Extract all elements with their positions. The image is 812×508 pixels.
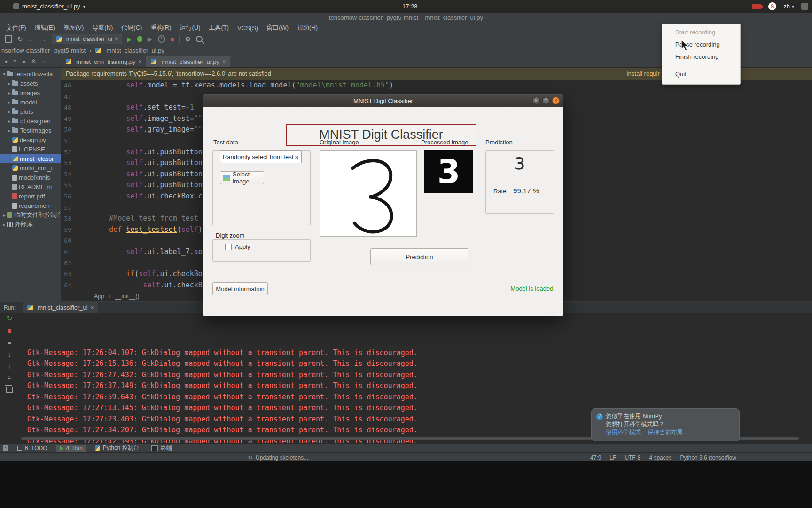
tool-window-tab[interactable]: 4: Run — [56, 444, 86, 452]
tree-arrow-icon[interactable]: ▸ — [7, 109, 12, 114]
status-item[interactable]: 47:9 — [590, 454, 601, 461]
run-config-select[interactable]: mnist_classifier_ui ▾ — [52, 34, 122, 44]
coverage-button[interactable]: ▶ — [148, 35, 153, 43]
debug-button[interactable] — [137, 36, 142, 42]
line-number[interactable]: 52 — [61, 147, 71, 158]
tool-window-switcher-icon[interactable] — [3, 445, 8, 451]
tree-item[interactable]: ▸ 临时文件和控制台 — [0, 210, 61, 220]
line-number[interactable]: 51 — [61, 135, 71, 147]
close-button[interactable]: × — [552, 97, 560, 104]
menu-item[interactable]: 视图(V) — [59, 24, 88, 32]
input-method-icon[interactable]: S — [768, 2, 776, 10]
tree-arrow-icon[interactable]: ▸ — [1, 213, 7, 218]
tree-arrow-icon[interactable]: ▸ — [7, 100, 12, 105]
status-item[interactable]: UTF-8 — [625, 454, 640, 461]
line-number[interactable]: 50 — [61, 124, 71, 135]
line-number[interactable]: 62 — [61, 258, 71, 269]
line-number[interactable]: 53 — [61, 158, 71, 169]
search-icon[interactable] — [196, 36, 203, 42]
editor-tab[interactable]: mnist_cnn_training.py × — [61, 56, 146, 67]
recorder-menu-item[interactable]: Start recording — [662, 26, 740, 39]
status-item[interactable]: 4 spaces — [649, 454, 671, 461]
line-number[interactable]: 54 — [61, 169, 71, 180]
tool-window-tab[interactable]: 终端 — [148, 444, 175, 452]
tree-item[interactable]: ▸ plots — [0, 107, 61, 116]
save-all-icon[interactable] — [5, 35, 12, 43]
tree-item[interactable]: ▾ tensorflow-cla — [0, 69, 61, 79]
language-indicator[interactable]: zh ▾ — [783, 3, 794, 10]
tree-item[interactable]: ▸ model — [0, 97, 61, 107]
tree-item[interactable]: LICENSE — [0, 144, 61, 154]
clear-console-icon[interactable] — [6, 387, 13, 393]
tree-item[interactable]: README.m — [0, 182, 61, 191]
settings-icon[interactable]: ⚙ — [185, 35, 191, 43]
use-scientific-mode-link[interactable]: 使用科学模式 — [606, 429, 641, 437]
apply-checkbox[interactable] — [225, 244, 232, 250]
minimize-button[interactable]: − — [532, 97, 540, 104]
tree-item[interactable]: mnist_cnn_t — [0, 163, 61, 173]
tree-arrow-icon[interactable]: ▸ — [7, 119, 12, 124]
recorder-menu-item[interactable]: Pause recording — [662, 39, 740, 51]
tree-item[interactable]: report.pdf — [0, 191, 61, 201]
session-icon[interactable] — [801, 3, 808, 10]
install-requirements-link[interactable]: Install requir — [626, 68, 660, 80]
menu-item[interactable]: VCS(S) — [233, 24, 262, 32]
status-item[interactable]: Python 3.6 (tensorflow — [680, 454, 736, 461]
keep-layout-link[interactable]: 保持当前布局... — [648, 429, 687, 437]
rerun-icon[interactable]: ↻ — [7, 314, 13, 323]
stop-icon[interactable]: ■ — [7, 326, 11, 334]
menu-item[interactable]: 帮助(H) — [293, 24, 322, 32]
model-information-button[interactable]: Model information — [212, 282, 268, 295]
run-tab[interactable]: mnist_classifier_ui × — [23, 302, 98, 313]
test-source-select[interactable]: Randomly select from test s — [220, 150, 302, 163]
hide-panel-icon[interactable]: − — [42, 58, 45, 65]
line-number[interactable]: 49 — [61, 113, 71, 125]
tab-close-icon[interactable]: × — [91, 304, 94, 311]
breadcrumb-project[interactable]: nsorflow-classifier--pyqt5-mnist — [1, 47, 86, 54]
menu-item[interactable]: 代码(C) — [117, 24, 146, 32]
dialog-title-bar[interactable]: MNIST Digit Classifier − □ × — [203, 95, 563, 107]
menu-item[interactable]: 编辑(E) — [31, 24, 59, 32]
gear-icon[interactable]: ⚙ — [31, 58, 36, 65]
menu-item[interactable]: 文件(F) — [2, 24, 31, 32]
screen-recorder-icon[interactable] — [752, 4, 761, 9]
tree-arrow-icon[interactable]: ▸ — [1, 222, 7, 227]
line-number[interactable]: 56 — [61, 191, 71, 202]
prediction-button[interactable]: Prediction — [370, 248, 468, 265]
line-number[interactable]: 61 — [61, 246, 71, 258]
menu-item[interactable]: 窗口(W) — [262, 24, 293, 32]
tree-arrow-icon[interactable]: ▸ — [7, 81, 12, 86]
breadcrumb-file[interactable]: mnist_classifier_ui.py — [107, 47, 165, 54]
tree-item[interactable]: design.py — [0, 135, 61, 144]
list-icon[interactable]: ≡ — [8, 338, 12, 346]
tab-close-icon[interactable]: × — [138, 58, 141, 65]
tool-window-tab[interactable]: 6: TODO — [14, 444, 51, 452]
tree-item[interactable]: ▸ TestImages — [0, 126, 61, 135]
menu-item[interactable]: 导航(N) — [88, 24, 117, 32]
profiler-button[interactable] — [158, 35, 165, 43]
tab-close-icon[interactable]: × — [222, 58, 226, 65]
collapse-icon[interactable]: ▾ — [5, 58, 8, 65]
line-number[interactable]: 46 — [61, 80, 71, 91]
tree-item[interactable]: ▸ assets — [0, 79, 61, 88]
line-number[interactable]: 63 — [61, 269, 71, 280]
line-number[interactable]: 59 — [61, 224, 71, 236]
line-number[interactable]: 47 — [61, 91, 71, 103]
scroll-up-icon[interactable]: ↑ — [8, 362, 11, 370]
clock[interactable]: — 17:28 — [0, 0, 812, 13]
recorder-menu-item[interactable]: Finish recording — [662, 51, 740, 63]
tree-arrow-icon[interactable]: ▸ — [7, 90, 12, 95]
locate-icon[interactable]: ● — [22, 58, 25, 65]
tree-arrow-icon[interactable]: ▸ — [7, 128, 12, 133]
list-icon[interactable]: ≡ — [13, 58, 16, 65]
sync-icon[interactable]: ↻ — [17, 35, 23, 43]
tree-item[interactable]: ▸ 外部库 — [0, 220, 61, 229]
line-number[interactable]: 60 — [61, 235, 71, 246]
select-image-button[interactable]: Select image — [220, 171, 264, 184]
tree-item[interactable]: model\mnis — [0, 173, 61, 182]
maximize-button[interactable]: □ — [542, 97, 550, 104]
line-number[interactable]: 57 — [61, 202, 71, 214]
line-number[interactable]: 55 — [61, 180, 71, 191]
breadcrumb-method[interactable]: __init__() — [115, 293, 139, 300]
line-number[interactable]: 58 — [61, 213, 71, 224]
